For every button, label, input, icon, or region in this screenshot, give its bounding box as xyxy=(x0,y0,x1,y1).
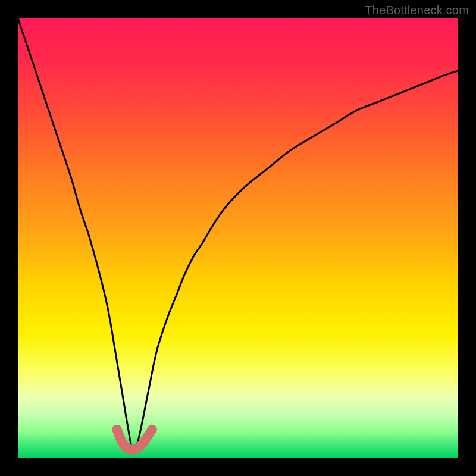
plot-area xyxy=(18,18,458,458)
watermark-text: TheBottleneck.com xyxy=(365,4,469,17)
background-gradient xyxy=(18,18,458,458)
svg-rect-0 xyxy=(18,18,458,458)
figure-root: TheBottleneck.com xyxy=(0,0,476,476)
